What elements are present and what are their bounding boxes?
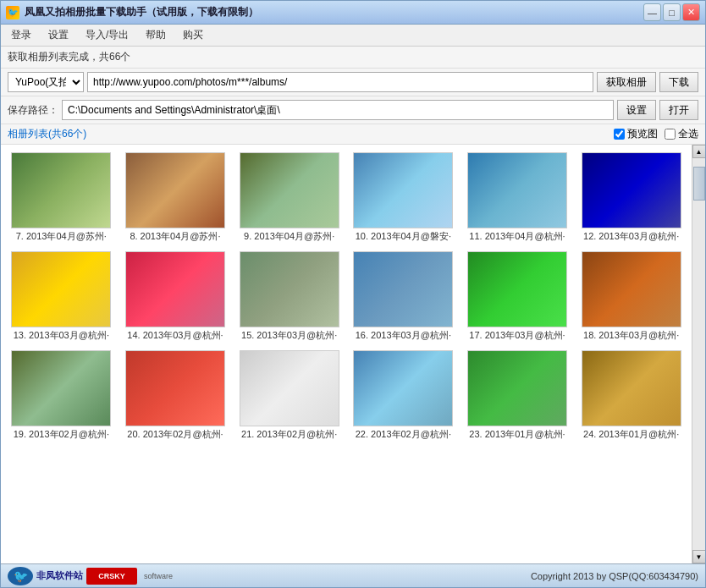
title-bar-left: 🐦 凤凰又拍相册批量下载助手（试用版，下载有限制） bbox=[6, 5, 258, 19]
status-bar-left: 🐦 非凤软件站 CRSKY software bbox=[8, 567, 173, 585]
photo-label-19: 19. 2013年02月@杭州· bbox=[11, 428, 111, 441]
photo-cell-20[interactable]: 20. 2013年02月@杭州· bbox=[119, 346, 233, 445]
photo-label-16: 16. 2013年03月@杭州· bbox=[353, 329, 453, 342]
photo-cell-14[interactable]: 14. 2013年03月@杭州· bbox=[119, 247, 233, 346]
fetch-status: 获取相册列表完成，共66个 bbox=[8, 51, 130, 63]
photo-thumb-24 bbox=[582, 350, 681, 426]
photo-thumb-12 bbox=[582, 152, 681, 228]
album-list-title[interactable]: 相册列表(共66个) bbox=[8, 127, 86, 141]
menu-help[interactable]: 帮助 bbox=[142, 26, 169, 44]
photo-label-20: 20. 2013年02月@杭州· bbox=[125, 428, 225, 441]
photo-cell-13[interactable]: 13. 2013年03月@杭州· bbox=[4, 247, 119, 346]
photo-cell-22[interactable]: 22. 2013年02月@杭州· bbox=[346, 346, 461, 445]
preview-label: 预览图 bbox=[627, 127, 658, 141]
crsky-badge: CRSKY bbox=[86, 568, 137, 585]
scrollbar[interactable]: ▲ ▼ bbox=[692, 145, 705, 563]
photo-thumb-20 bbox=[125, 350, 225, 426]
menu-settings[interactable]: 设置 bbox=[45, 26, 72, 44]
photo-label-15: 15. 2013年03月@杭州· bbox=[240, 329, 339, 342]
photo-thumb-16 bbox=[353, 251, 453, 327]
photo-cell-23[interactable]: 23. 2013年01月@杭州· bbox=[461, 346, 575, 445]
minimize-button[interactable]: — bbox=[643, 3, 661, 21]
photo-thumb-10 bbox=[353, 152, 453, 228]
select-all-label: 全选 bbox=[678, 127, 698, 141]
photo-label-11: 11. 2013年04月@杭州· bbox=[467, 230, 567, 243]
photo-thumb-23 bbox=[467, 350, 567, 426]
photo-thumb-21 bbox=[240, 350, 339, 426]
photo-cell-24[interactable]: 24. 2013年01月@杭州· bbox=[574, 346, 688, 445]
menu-buy[interactable]: 购买 bbox=[179, 26, 207, 44]
url-input[interactable] bbox=[87, 72, 593, 92]
title-buttons: — □ ✕ bbox=[643, 3, 700, 21]
title-bar: 🐦 凤凰又拍相册批量下载助手（试用版，下载有限制） — □ ✕ bbox=[1, 1, 705, 25]
photo-cell-9[interactable]: 9. 2013年04月@苏州· bbox=[232, 148, 346, 247]
photo-label-24: 24. 2013年01月@杭州· bbox=[582, 428, 681, 441]
menu-import-export[interactable]: 导入/导出 bbox=[82, 26, 132, 44]
select-all-toggle[interactable]: 全选 bbox=[665, 127, 698, 141]
photo-label-14: 14. 2013年03月@杭州· bbox=[125, 329, 225, 342]
photo-cell-11[interactable]: 11. 2013年04月@杭州· bbox=[461, 148, 575, 247]
app-icon: 🐦 bbox=[6, 6, 19, 19]
photo-thumb-15 bbox=[240, 251, 339, 327]
photo-cell-18[interactable]: 18. 2013年03月@杭州· bbox=[574, 247, 688, 346]
scroll-down-button[interactable]: ▼ bbox=[692, 550, 706, 563]
photo-thumb-11 bbox=[467, 152, 567, 228]
photo-thumb-13 bbox=[11, 251, 111, 327]
menu-login[interactable]: 登录 bbox=[8, 26, 35, 44]
photo-cell-16[interactable]: 16. 2013年03月@杭州· bbox=[346, 247, 461, 346]
photo-cell-21[interactable]: 21. 2013年02月@杭州· bbox=[232, 346, 346, 445]
preview-checkbox[interactable] bbox=[614, 129, 625, 140]
photo-label-9: 9. 2013年04月@苏州· bbox=[240, 230, 339, 243]
photo-grid-container[interactable]: 7. 2013年04月@苏州·8. 2013年04月@苏州·9. 2013年04… bbox=[1, 145, 692, 563]
photo-cell-10[interactable]: 10. 2013年04月@磐安· bbox=[346, 148, 461, 247]
photo-cell-17[interactable]: 17. 2013年03月@杭州· bbox=[461, 247, 575, 346]
path-input[interactable] bbox=[62, 100, 614, 120]
menu-bar: 登录 设置 导入/导出 帮助 购买 bbox=[1, 25, 705, 47]
scroll-up-button[interactable]: ▲ bbox=[692, 145, 706, 158]
content-area: 7. 2013年04月@苏州·8. 2013年04月@苏州·9. 2013年04… bbox=[1, 145, 705, 563]
close-button[interactable]: ✕ bbox=[682, 3, 700, 21]
scroll-track bbox=[692, 158, 706, 550]
path-settings-button[interactable]: 设置 bbox=[617, 100, 656, 120]
scroll-thumb[interactable] bbox=[693, 167, 705, 201]
photo-label-8: 8. 2013年04月@苏州· bbox=[125, 230, 225, 243]
header-right-controls: 预览图 全选 bbox=[614, 127, 698, 141]
restore-button[interactable]: □ bbox=[663, 3, 681, 21]
photo-label-21: 21. 2013年02月@杭州· bbox=[240, 428, 339, 441]
photo-thumb-17 bbox=[467, 251, 567, 327]
photo-thumb-14 bbox=[125, 251, 225, 327]
photo-label-23: 23. 2013年01月@杭州· bbox=[467, 428, 567, 441]
window-title: 凤凰又拍相册批量下载助手（试用版，下载有限制） bbox=[25, 5, 258, 19]
preview-toggle[interactable]: 预览图 bbox=[614, 127, 658, 141]
photo-thumb-18 bbox=[582, 251, 681, 327]
photo-label-18: 18. 2013年03月@杭州· bbox=[582, 329, 681, 342]
photo-label-7: 7. 2013年04月@苏州· bbox=[11, 230, 111, 243]
download-button[interactable]: 下载 bbox=[659, 72, 698, 92]
photo-label-13: 13. 2013年03月@杭州· bbox=[11, 329, 111, 342]
fetch-album-button[interactable]: 获取相册 bbox=[597, 72, 656, 92]
photo-cell-7[interactable]: 7. 2013年04月@苏州· bbox=[4, 148, 119, 247]
copyright-text: Copyright 2013 by QSP(QQ:603434790) bbox=[531, 571, 698, 581]
status-toolbar: 获取相册列表完成，共66个 bbox=[1, 47, 705, 69]
open-folder-button[interactable]: 打开 bbox=[659, 100, 698, 120]
photo-cell-8[interactable]: 8. 2013年04月@苏州· bbox=[119, 148, 233, 247]
status-bar: 🐦 非凤软件站 CRSKY software Copyright 2013 by… bbox=[1, 563, 705, 587]
brand-name: 非凤软件站 bbox=[36, 569, 83, 582]
photo-cell-19[interactable]: 19. 2013年02月@杭州· bbox=[4, 346, 119, 445]
photo-cell-12[interactable]: 12. 2013年03月@杭州· bbox=[574, 148, 688, 247]
save-path-label: 保存路径： bbox=[8, 103, 58, 118]
photo-label-10: 10. 2013年04月@磐安· bbox=[353, 230, 453, 243]
source-select[interactable]: YuPoo(又拍) ▼ bbox=[8, 72, 84, 92]
photo-thumb-9 bbox=[240, 152, 339, 228]
photo-thumb-8 bbox=[125, 152, 225, 228]
brand-circle-icon: 🐦 bbox=[8, 567, 33, 585]
save-path-bar: 保存路径： 设置 打开 bbox=[1, 96, 705, 124]
photo-label-12: 12. 2013年03月@杭州· bbox=[582, 230, 681, 243]
photo-label-17: 17. 2013年03月@杭州· bbox=[467, 329, 567, 342]
photo-cell-15[interactable]: 15. 2013年03月@杭州· bbox=[232, 247, 346, 346]
photo-thumb-7 bbox=[11, 152, 111, 228]
brand-area: 🐦 非凤软件站 CRSKY software bbox=[8, 567, 173, 585]
main-window: 🐦 凤凰又拍相册批量下载助手（试用版，下载有限制） — □ ✕ 登录 设置 导入… bbox=[0, 0, 706, 588]
photo-label-22: 22. 2013年02月@杭州· bbox=[353, 428, 453, 441]
select-all-checkbox[interactable] bbox=[665, 129, 676, 140]
